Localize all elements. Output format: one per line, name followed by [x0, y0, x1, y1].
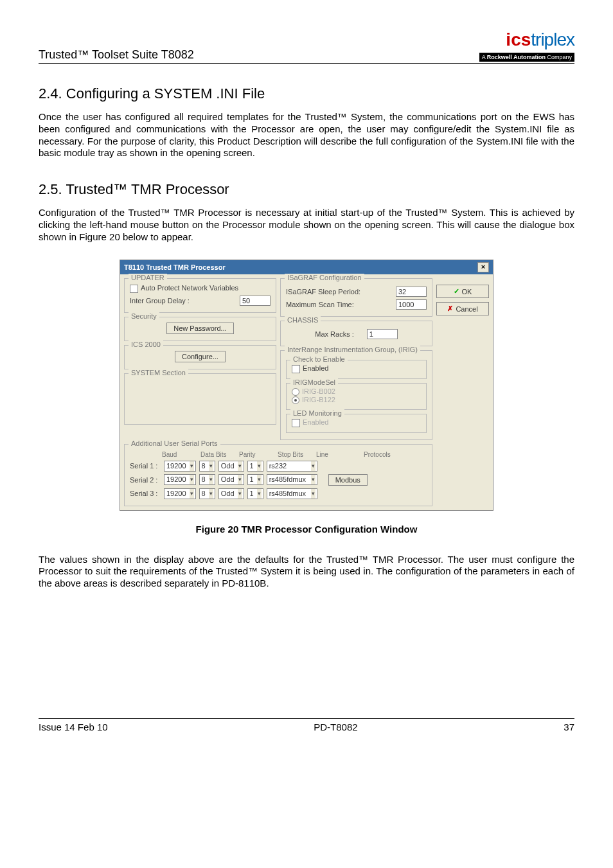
isagraf-group: ISaGRAF Configuration ISaGRAF Sleep Peri…: [280, 278, 432, 317]
serial3-stop[interactable]: 1: [247, 488, 263, 499]
serial-ports-group: Additional User Serial Ports Baud Data B…: [124, 444, 432, 506]
serial2-stop[interactable]: 1: [247, 474, 263, 485]
check-enable-group: Check to Enable Enabled: [286, 360, 427, 379]
logo-ics: ics: [506, 30, 531, 49]
max-scan-input[interactable]: 1000: [396, 299, 427, 310]
serial2-baud[interactable]: 19200: [164, 474, 196, 485]
max-racks-input[interactable]: 1: [367, 329, 398, 339]
figure-caption: Figure 20 TMR Processor Configuration Wi…: [39, 524, 574, 535]
irig-modesel-group: IRIGModeSel IRIG-B002 IRIG-B122: [286, 383, 427, 410]
system-section-group: SYSTEM Section: [124, 373, 276, 425]
serial1-line[interactable]: rs232: [267, 461, 317, 472]
irig-b122-radio: [292, 396, 299, 404]
logo-subtitle: A Rockwell Automation Company: [479, 53, 574, 62]
dialog-title-text: T8110 Trusted TMR Processor: [124, 263, 226, 271]
closing-para: The values shown in the display above ar…: [39, 554, 574, 590]
section-24-title: 2.4. Configuring a SYSTEM .INI File: [39, 85, 574, 102]
serial3-data[interactable]: 8: [199, 488, 215, 499]
section-25-title: 2.5. Trusted™ TMR Processor: [39, 181, 574, 198]
serial2-parity[interactable]: Odd: [218, 474, 244, 485]
modbus-button[interactable]: Modbus: [328, 474, 368, 486]
ics2000-group: ICS 2000 Configure...: [124, 345, 276, 369]
security-group: Security New Password...: [124, 317, 276, 341]
serial1-parity[interactable]: Odd: [218, 461, 244, 472]
dialog-window: T8110 Trusted TMR Processor × UPDATER Au…: [120, 260, 493, 510]
close-icon[interactable]: ×: [477, 262, 489, 272]
serial1-data[interactable]: 8: [199, 461, 215, 472]
check-icon: ✓: [454, 287, 459, 296]
serial3-line[interactable]: rs485fdmux: [267, 488, 317, 499]
serial-row-2: Serial 2 : 19200 8 Odd 1 rs485fdmux Modb…: [130, 474, 427, 486]
inter-group-delay-input[interactable]: 50: [240, 296, 271, 306]
sleep-period-input[interactable]: 32: [396, 287, 427, 297]
auto-protect-checkbox[interactable]: [130, 285, 138, 293]
logo-triplex: triplex: [531, 30, 574, 49]
irig-b002-radio: [292, 388, 299, 396]
irig-group: InterRange Instrumentation Group, (IRIG)…: [280, 350, 432, 439]
page-footer: Issue 14 Feb 10 PD-T8082 37: [39, 718, 574, 732]
x-icon: ✗: [447, 305, 453, 313]
page-header: Trusted™ Toolset Suite T8082 icstriplex …: [39, 30, 574, 64]
brand-logo: icstriplex A Rockwell Automation Company: [479, 30, 574, 62]
section-24-para: Once the user has configured all require…: [39, 111, 574, 159]
section-25-para: Configuration of the Trusted™ TMR Proces…: [39, 207, 574, 243]
updater-group: UPDATER Auto Protect Network Variables I…: [124, 278, 276, 313]
serial3-baud[interactable]: 19200: [164, 488, 196, 499]
serial2-line[interactable]: rs485fdmux: [267, 474, 317, 485]
new-password-button[interactable]: New Password...: [166, 323, 234, 334]
dialog-titlebar: T8110 Trusted TMR Processor ×: [120, 260, 493, 274]
footer-right: 37: [564, 722, 574, 732]
serial2-data[interactable]: 8: [199, 474, 215, 485]
chassis-group: CHASSIS Max Racks :1: [280, 321, 432, 346]
led-monitoring-group: LED Monitoring Enabled: [286, 414, 427, 433]
header-title: Trusted™ Toolset Suite T8082: [39, 48, 194, 62]
serial1-baud[interactable]: 19200: [164, 461, 196, 472]
footer-center: PD-T8082: [314, 722, 357, 732]
serial3-parity[interactable]: Odd: [218, 488, 244, 499]
footer-left: Issue 14 Feb 10: [39, 722, 108, 732]
irig-enabled-checkbox[interactable]: [292, 365, 300, 373]
serial-row-3: Serial 3 : 19200 8 Odd 1 rs485fdmux: [130, 488, 427, 499]
cancel-button[interactable]: ✗Cancel: [436, 302, 489, 315]
serial1-stop[interactable]: 1: [247, 461, 263, 472]
configure-button[interactable]: Configure...: [175, 351, 226, 362]
led-enabled-checkbox: [292, 419, 300, 427]
ok-button[interactable]: ✓OK: [436, 285, 489, 298]
serial-row-1: Serial 1 : 19200 8 Odd 1 rs232: [130, 461, 427, 472]
